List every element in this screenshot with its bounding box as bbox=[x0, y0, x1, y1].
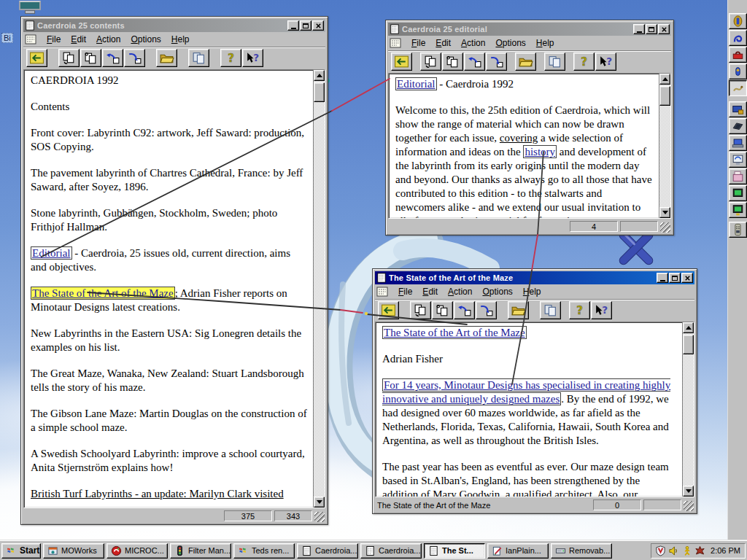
taskbar-button-ianplain[interactable]: IanPlain... bbox=[487, 543, 549, 559]
scroll-up-button[interactable] bbox=[683, 322, 694, 333]
link-out-button[interactable] bbox=[486, 52, 507, 71]
messenger-person-icon[interactable] bbox=[681, 545, 692, 556]
pink-box-icon[interactable] bbox=[729, 168, 747, 184]
hyperlink-covering[interactable]: covering bbox=[500, 132, 538, 144]
context-help-button[interactable] bbox=[242, 49, 263, 67]
scrollbar-thumb[interactable] bbox=[314, 82, 325, 102]
resize-grip[interactable] bbox=[684, 501, 694, 511]
close-button[interactable] bbox=[681, 273, 693, 283]
open-folder-button[interactable] bbox=[156, 49, 177, 67]
vase-icon[interactable] bbox=[729, 63, 747, 79]
vertical-scrollbar[interactable] bbox=[313, 70, 325, 508]
terminal-yellow-icon[interactable] bbox=[729, 202, 747, 218]
scarab-icon[interactable] bbox=[729, 13, 747, 29]
maximize-button[interactable] bbox=[669, 273, 681, 283]
minimize-button[interactable] bbox=[287, 20, 299, 31]
titlebar[interactable]: The State of the Art of the Maze bbox=[375, 271, 694, 284]
menu-action[interactable]: Action bbox=[443, 285, 477, 298]
copy-document-button[interactable] bbox=[58, 49, 80, 67]
help-button[interactable] bbox=[573, 52, 595, 71]
copy-document-button[interactable] bbox=[410, 301, 431, 319]
vertical-scrollbar[interactable] bbox=[659, 74, 670, 218]
exit-door-button[interactable] bbox=[391, 52, 412, 71]
open-folder-button[interactable] bbox=[508, 301, 529, 319]
monitor-swirl-icon[interactable] bbox=[729, 152, 747, 168]
desktop-icon-label[interactable]: Bi bbox=[1, 33, 13, 43]
help-button[interactable] bbox=[220, 49, 241, 67]
scrollbar-track[interactable] bbox=[314, 81, 325, 497]
link-in-button[interactable] bbox=[464, 52, 485, 71]
taskbar-button-teds[interactable]: Teds ren... bbox=[233, 543, 295, 559]
hyperlink-editorial[interactable]: Editorial bbox=[31, 246, 72, 260]
replace-document-button[interactable] bbox=[442, 52, 463, 71]
menu-edit[interactable]: Edit bbox=[430, 36, 456, 50]
help-button[interactable] bbox=[569, 301, 590, 319]
taskbar-button-filter-manager[interactable]: Filter Man... bbox=[170, 543, 231, 559]
menu-action[interactable]: Action bbox=[456, 36, 490, 50]
maximize-button[interactable] bbox=[646, 24, 657, 34]
laptop-blue-icon[interactable] bbox=[729, 135, 747, 151]
taskbar-button-the-state-active[interactable]: The St... bbox=[424, 543, 485, 559]
scrollbar-thumb[interactable] bbox=[659, 86, 670, 106]
copy-pages-button[interactable] bbox=[188, 49, 209, 67]
menu-file[interactable]: File bbox=[393, 285, 417, 298]
desktop-monitor-icon[interactable] bbox=[19, 0, 41, 14]
titlebar[interactable]: Caerdroia 25 contents bbox=[23, 19, 325, 32]
scrollbar-thumb[interactable] bbox=[683, 335, 694, 354]
resize-grip[interactable] bbox=[314, 512, 325, 522]
virus-scan-icon[interactable] bbox=[694, 545, 705, 556]
taskbar-button-moworks[interactable]: MOWorks bbox=[43, 543, 104, 559]
remote-icon[interactable] bbox=[729, 222, 747, 238]
scroll-down-button[interactable] bbox=[659, 207, 670, 218]
open-folder-button[interactable] bbox=[515, 52, 536, 71]
menu-file[interactable]: File bbox=[406, 36, 430, 50]
close-button[interactable] bbox=[658, 24, 670, 34]
exit-door-button[interactable] bbox=[378, 301, 399, 319]
scrollbar-track[interactable] bbox=[683, 333, 694, 486]
context-help-button[interactable] bbox=[595, 52, 616, 71]
replace-document-button[interactable] bbox=[432, 301, 453, 319]
maximize-button[interactable] bbox=[300, 20, 311, 31]
resize-grip[interactable] bbox=[660, 222, 670, 233]
link-in-button[interactable] bbox=[454, 301, 475, 319]
scroll-down-button[interactable] bbox=[683, 486, 694, 497]
menu-edit[interactable]: Edit bbox=[417, 285, 443, 298]
hook-icon[interactable] bbox=[729, 80, 747, 96]
menu-help[interactable]: Help bbox=[166, 33, 195, 46]
scrollbar-track[interactable] bbox=[659, 85, 670, 207]
menu-options[interactable]: Options bbox=[125, 33, 166, 46]
volume-icon[interactable] bbox=[668, 545, 679, 556]
computer-gold-icon[interactable] bbox=[729, 101, 747, 117]
coil-icon[interactable] bbox=[729, 30, 747, 46]
start-button[interactable]: Start bbox=[1, 543, 41, 559]
taskbar-button-microcosm[interactable]: MICROC... bbox=[107, 543, 168, 559]
menu-options[interactable]: Options bbox=[477, 285, 517, 298]
minimize-button[interactable] bbox=[633, 24, 645, 34]
menu-edit[interactable]: Edit bbox=[66, 33, 91, 46]
scroll-up-button[interactable] bbox=[659, 74, 670, 85]
minimize-button[interactable] bbox=[657, 273, 668, 283]
menu-options[interactable]: Options bbox=[490, 36, 530, 50]
link-in-button[interactable] bbox=[102, 49, 123, 67]
taskbar-button-caerdroia-2[interactable]: Caerdroia... bbox=[360, 543, 422, 559]
menu-help[interactable]: Help bbox=[531, 36, 560, 50]
titlebar[interactable]: Caerdroia 25 editorial bbox=[388, 23, 671, 36]
menu-help[interactable]: Help bbox=[518, 285, 546, 298]
scroll-down-button[interactable] bbox=[314, 497, 325, 508]
menu-action[interactable]: Action bbox=[91, 33, 125, 46]
copy-document-button[interactable] bbox=[420, 52, 441, 71]
link-out-button[interactable] bbox=[476, 301, 497, 319]
hyperlink-state-heading[interactable]: The State of the Art of the Maze bbox=[382, 326, 527, 339]
vertical-scrollbar[interactable] bbox=[682, 322, 694, 497]
menu-file[interactable]: File bbox=[42, 33, 66, 46]
hyperlink-state-of-the-art[interactable]: The State of the Art of the Maze bbox=[31, 287, 175, 300]
copy-pages-button[interactable] bbox=[544, 52, 565, 71]
terminal-green-icon[interactable] bbox=[729, 185, 747, 201]
close-button[interactable] bbox=[312, 20, 324, 31]
taskbar-button-removable[interactable]: Removab... bbox=[551, 543, 612, 559]
taskbar-button-caerdroia-1[interactable]: Caerdroia... bbox=[297, 543, 358, 559]
laptop-dark-icon[interactable] bbox=[729, 118, 747, 134]
context-help-button[interactable] bbox=[591, 301, 612, 319]
toolbox-icon[interactable] bbox=[729, 47, 747, 63]
shield-icon[interactable] bbox=[655, 545, 666, 556]
